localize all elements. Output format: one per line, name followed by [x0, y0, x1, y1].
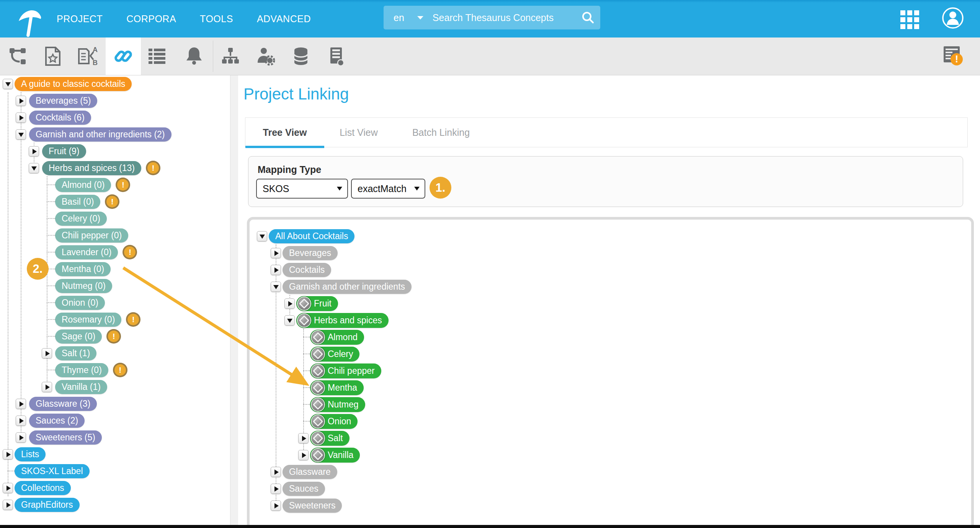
user-settings-icon[interactable]	[248, 37, 283, 75]
tree-expander[interactable]	[16, 416, 26, 426]
tree-node[interactable]: SKOS-XL Label	[15, 464, 90, 478]
tree-node[interactable]: Rosemary (0)	[55, 313, 121, 327]
tree-expander[interactable]	[16, 129, 26, 140]
server-icon[interactable]	[318, 37, 354, 75]
tree-expander[interactable]	[271, 248, 281, 258]
mapping-scheme-select[interactable]: SKOS	[256, 179, 348, 199]
tree-node[interactable]: Sauces (2)	[29, 414, 85, 428]
tree-expander[interactable]	[284, 298, 295, 309]
warning-badge[interactable]: !	[126, 312, 140, 327]
tree-expander[interactable]	[42, 382, 52, 392]
tree-node[interactable]: Lavender (0)	[55, 245, 118, 259]
tree-node[interactable]: All About Cocktails	[269, 229, 354, 243]
tree-expander[interactable]	[29, 146, 39, 156]
tree-node[interactable]: Sweeteners (5)	[29, 430, 102, 445]
panel-separator[interactable]	[230, 75, 238, 525]
tree-node[interactable]: Chili pepper (0)	[55, 228, 128, 243]
tree-node[interactable]: Nutmeg (0)	[55, 279, 112, 293]
tree-expander[interactable]	[16, 112, 26, 123]
tree-node[interactable]: Garnish and other ingredients	[283, 280, 412, 294]
tree-node[interactable]: Garnish and other ingredients (2)	[29, 127, 172, 142]
document-ab-sort-icon[interactable]: A B	[70, 37, 106, 75]
tree-node[interactable]: Salt	[310, 431, 350, 446]
tree-node[interactable]: Thyme (0)	[55, 363, 108, 377]
menu-tools[interactable]: TOOLS	[200, 13, 233, 24]
tree-node[interactable]: Almond (0)	[55, 178, 111, 192]
tree-node[interactable]: Mentha (0)	[55, 262, 111, 276]
tree-node[interactable]: Cocktails	[283, 263, 331, 277]
tree-expander[interactable]	[3, 500, 13, 510]
list-icon[interactable]	[139, 37, 175, 75]
tree-node[interactable]: Herbs and spices	[296, 313, 389, 328]
tree-node[interactable]: Sweeteners	[283, 499, 342, 513]
warning-badge[interactable]: !	[146, 161, 160, 175]
tree-expander[interactable]	[16, 432, 26, 443]
tree-node[interactable]: Herbs and spices (13)	[42, 161, 141, 175]
tree-node[interactable]: Vanilla (1)	[55, 380, 107, 394]
tree-node[interactable]: A guide to classic cocktails	[15, 77, 132, 91]
tree-node[interactable]: Onion	[310, 414, 358, 429]
menu-project[interactable]: PROJECT	[57, 13, 103, 24]
tree-node[interactable]: Celery	[310, 347, 359, 362]
tree-node[interactable]: Cocktails (6)	[29, 111, 91, 125]
warning-badge[interactable]: !	[106, 329, 121, 344]
warning-badge[interactable]: !	[113, 363, 127, 377]
search-language-select[interactable]: en	[384, 6, 432, 29]
tree-expander[interactable]	[257, 231, 267, 241]
menu-corpora[interactable]: CORPORA	[126, 13, 176, 24]
tree-node[interactable]: GraphEditors	[15, 498, 80, 512]
tree-expander[interactable]	[29, 163, 39, 173]
tree-node[interactable]: Vanilla	[310, 448, 360, 463]
tree-expander[interactable]	[3, 79, 13, 89]
menu-advanced[interactable]: ADVANCED	[257, 13, 311, 24]
tree-node[interactable]: Fruit (9)	[42, 144, 86, 158]
tree-node[interactable]: Beverages	[283, 246, 338, 260]
tree-expander[interactable]	[271, 500, 281, 511]
warning-badge[interactable]: !	[105, 194, 119, 209]
tree-expander[interactable]	[16, 96, 26, 106]
search-button[interactable]	[576, 6, 600, 29]
tree-expander[interactable]	[271, 265, 281, 275]
tree-node[interactable]: Nutmeg	[310, 397, 365, 412]
tree-node[interactable]: Glassware (3)	[29, 397, 97, 411]
tree-expander[interactable]	[298, 433, 309, 443]
tree-expander[interactable]	[16, 399, 26, 409]
tree-expander[interactable]	[271, 484, 281, 494]
database-icon[interactable]	[283, 37, 318, 75]
tree-node[interactable]: Chili pepper	[310, 363, 381, 378]
orgchart-icon[interactable]	[213, 37, 248, 75]
user-avatar-icon[interactable]	[942, 7, 964, 29]
search-input[interactable]	[432, 12, 576, 24]
tab-tree-view[interactable]: Tree View	[245, 118, 324, 147]
tree-node[interactable]: Almond	[310, 330, 364, 345]
workflow-icon[interactable]	[0, 37, 35, 75]
tree-node[interactable]: Glassware	[283, 465, 337, 479]
tree-node[interactable]: Sage (0)	[55, 329, 102, 344]
apps-grid-icon[interactable]	[900, 10, 919, 29]
tree-node[interactable]: Collections	[15, 481, 71, 495]
tab-list-view[interactable]: List View	[324, 118, 393, 147]
tree-node[interactable]: Mentha	[310, 380, 364, 395]
tree-expander[interactable]	[3, 483, 13, 493]
tree-expander[interactable]	[298, 450, 309, 460]
tree-expander[interactable]	[42, 348, 52, 359]
bell-icon[interactable]	[176, 37, 212, 75]
tree-expander[interactable]	[271, 282, 281, 292]
tree-node[interactable]: Beverages (5)	[29, 94, 97, 108]
tree-expander[interactable]	[284, 315, 295, 326]
tree-node[interactable]: Fruit	[296, 296, 338, 311]
tab-batch-linking[interactable]: Batch Linking	[393, 118, 489, 147]
warning-badge[interactable]: !	[122, 245, 137, 259]
document-star-icon[interactable]	[35, 37, 70, 75]
tree-node[interactable]: Lists	[15, 447, 46, 461]
mapping-relation-select[interactable]: exactMatch	[351, 179, 425, 199]
tree-expander[interactable]	[3, 449, 13, 460]
tree-expander[interactable]	[271, 467, 281, 477]
link-icon[interactable]	[106, 37, 141, 75]
tree-node[interactable]: Sauces	[283, 482, 325, 496]
tree-node[interactable]: Onion (0)	[55, 296, 105, 310]
tree-node[interactable]: Basil (0)	[55, 195, 100, 209]
warning-badge[interactable]: !	[116, 178, 130, 192]
tree-node[interactable]: Salt (1)	[55, 346, 96, 360]
tree-node[interactable]: Celery (0)	[55, 212, 107, 226]
